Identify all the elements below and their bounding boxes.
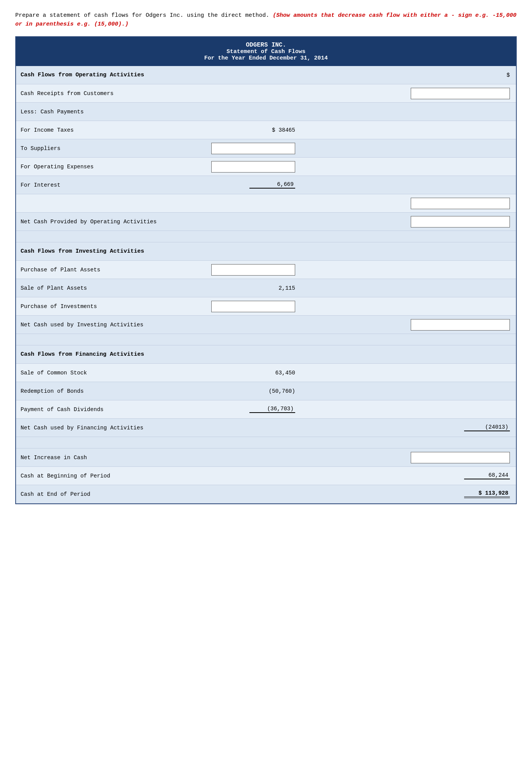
table-header: ODGERS INC. Statement of Cash Flows For …: [16, 37, 516, 66]
net-cash-operating-label: Net Cash Provided by Operating Activitie…: [21, 219, 157, 225]
spacer-row-1: [16, 231, 516, 242]
investing-header-row: Cash Flows from Investing Activities: [16, 242, 516, 261]
bonds-value: (50,760): [268, 388, 295, 394]
income-taxes-value: $ 38465: [272, 127, 295, 133]
suppliers-input[interactable]: [211, 143, 295, 154]
operating-expenses-input[interactable]: [211, 161, 295, 173]
purchase-investments-input[interactable]: [211, 301, 295, 312]
operating-expenses-row: For Operating Expenses: [16, 158, 516, 176]
sale-plant-row: Sale of Plant Assets 2,115: [16, 279, 516, 297]
bonds-label: Redemption of Bonds: [21, 388, 84, 394]
beginning-cash-value: 68,244: [464, 472, 510, 479]
common-stock-value: 63,450: [275, 370, 295, 376]
operating-section-title: Cash Flows from Operating Activities: [21, 72, 144, 78]
operating-subtotal-row: [16, 194, 516, 213]
net-increase-row: Net Increase in Cash: [16, 448, 516, 467]
table-body: Cash Flows from Operating Activities $ C…: [16, 66, 516, 503]
operating-expenses-label: For Operating Expenses: [21, 164, 93, 170]
purchase-plant-input[interactable]: [211, 264, 295, 276]
end-cash-value: $ 113,928: [464, 490, 510, 498]
dollar-sign-header: $: [506, 72, 510, 78]
income-taxes-label: For Income Taxes: [21, 127, 74, 133]
common-stock-row: Sale of Common Stock 63,450: [16, 364, 516, 382]
beginning-cash-row: Cash at Beginning of Period 68,244: [16, 467, 516, 485]
operating-header-row: Cash Flows from Operating Activities $: [16, 66, 516, 84]
suppliers-label: To Suppliers: [21, 145, 60, 152]
operating-subtotal-input[interactable]: [411, 198, 510, 209]
net-cash-investing-label: Net Cash used by Investing Activities: [21, 322, 143, 328]
purchase-investments-row: Purchase of Investments: [16, 297, 516, 316]
sale-plant-label: Sale of Plant Assets: [21, 285, 87, 291]
end-cash-row: Cash at End of Period $ 113,928: [16, 485, 516, 503]
cash-flow-table: ODGERS INC. Statement of Cash Flows For …: [15, 36, 517, 504]
beginning-cash-label: Cash at Beginning of Period: [21, 473, 110, 479]
interest-label: For Interest: [21, 182, 60, 188]
net-cash-operating-input[interactable]: [411, 216, 510, 227]
net-cash-investing-input[interactable]: [411, 319, 510, 331]
interest-row: For Interest 6,669: [16, 176, 516, 194]
less-cash-payments-label: Less: Cash Payments: [21, 109, 84, 115]
period: For the Year Ended December 31, 2014: [19, 55, 513, 61]
purchase-plant-label: Purchase of Plant Assets: [21, 267, 100, 273]
common-stock-label: Sale of Common Stock: [21, 370, 87, 376]
sale-plant-value: 2,115: [278, 285, 295, 291]
statement-title: Statement of Cash Flows: [19, 48, 513, 55]
net-cash-investing-row: Net Cash used by Investing Activities: [16, 316, 516, 334]
spacer-row-3: [16, 437, 516, 448]
net-cash-financing-row: Net Cash used by Financing Activities (2…: [16, 419, 516, 437]
interest-value: 6,669: [249, 181, 295, 189]
suppliers-row: To Suppliers: [16, 139, 516, 158]
intro-paragraph: Prepare a statement of cash flows for Od…: [15, 11, 517, 29]
company-name: ODGERS INC.: [19, 42, 513, 48]
bonds-row: Redemption of Bonds (50,760): [16, 382, 516, 400]
dividends-label: Payment of Cash Dividends: [21, 406, 104, 413]
net-cash-financing-label: Net Cash used by Financing Activities: [21, 425, 143, 431]
financing-header-row: Cash Flows from Financing Activities: [16, 345, 516, 364]
income-taxes-row: For Income Taxes $ 38465: [16, 121, 516, 139]
net-increase-input[interactable]: [411, 452, 510, 463]
cash-receipts-row: Cash Receipts from Customers: [16, 84, 516, 103]
purchase-investments-label: Purchase of Investments: [21, 303, 97, 310]
intro-text: Prepare a statement of cash flows for Od…: [15, 12, 273, 19]
spacer-row-2: [16, 334, 516, 345]
end-cash-label: Cash at End of Period: [21, 491, 90, 497]
net-cash-operating-row: Net Cash Provided by Operating Activitie…: [16, 213, 516, 231]
cash-receipts-input[interactable]: [411, 88, 510, 99]
net-increase-label: Net Increase in Cash: [21, 455, 87, 461]
financing-section-title: Cash Flows from Financing Activities: [21, 351, 144, 358]
cash-receipts-label: Cash Receipts from Customers: [21, 90, 114, 97]
net-cash-financing-value: (24013): [464, 424, 510, 431]
investing-section-title: Cash Flows from Investing Activities: [21, 248, 144, 255]
less-cash-payments-row: Less: Cash Payments: [16, 103, 516, 121]
dividends-row: Payment of Cash Dividends (36,703): [16, 400, 516, 419]
dividends-value: (36,703): [249, 406, 295, 413]
purchase-plant-row: Purchase of Plant Assets: [16, 261, 516, 279]
